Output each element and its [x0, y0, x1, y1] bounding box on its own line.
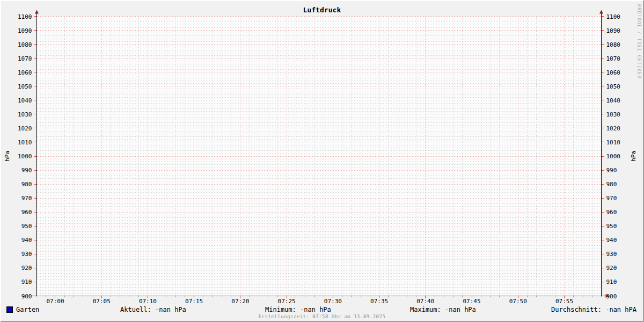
svg-text:07:00: 07:00	[46, 298, 64, 304]
svg-text:920: 920	[606, 265, 617, 272]
y-tick-labels-left: 9009109209309409509609709809901000101010…	[18, 13, 32, 300]
svg-text:07:15: 07:15	[185, 298, 203, 304]
svg-text:900: 900	[21, 293, 32, 300]
legend-series-name: Garten	[16, 306, 39, 313]
svg-text:950: 950	[21, 223, 32, 230]
svg-text:07:55: 07:55	[555, 298, 573, 304]
svg-text:1050: 1050	[18, 83, 32, 90]
svg-text:1000: 1000	[606, 153, 621, 160]
svg-text:920: 920	[21, 265, 32, 272]
svg-text:960: 960	[606, 209, 617, 216]
svg-text:07:50: 07:50	[509, 298, 527, 304]
svg-text:1100: 1100	[606, 13, 621, 20]
chart-canvas: 9009109209309409509609709809901000101010…	[1, 1, 644, 304]
svg-text:1020: 1020	[606, 125, 621, 132]
svg-text:1070: 1070	[18, 55, 32, 62]
svg-text:1010: 1010	[606, 139, 621, 146]
svg-text:1010: 1010	[18, 139, 32, 146]
svg-text:930: 930	[606, 251, 617, 258]
stat-durchschnitt: Durchschnitt: -nan hPA	[551, 306, 636, 313]
svg-text:910: 910	[606, 279, 617, 286]
x-tick-labels: 07:0007:0507:1007:1507:2007:2507:3007:35…	[46, 298, 573, 304]
legend-swatch-garten	[6, 306, 13, 313]
svg-text:1100: 1100	[18, 13, 32, 20]
svg-text:07:20: 07:20	[231, 298, 249, 304]
svg-text:07:35: 07:35	[370, 298, 388, 304]
svg-text:07:25: 07:25	[278, 298, 296, 304]
svg-text:1050: 1050	[606, 83, 621, 90]
svg-text:980: 980	[21, 181, 32, 188]
svg-text:950: 950	[606, 223, 617, 230]
svg-text:1000: 1000	[18, 153, 32, 160]
svg-text:990: 990	[21, 167, 32, 174]
svg-text:1080: 1080	[606, 41, 621, 48]
svg-text:1080: 1080	[18, 41, 32, 48]
svg-text:07:40: 07:40	[416, 298, 434, 304]
rrdtool-graph: Luftdruck RRDTOOL / TOBI OETIKER 9009109…	[0, 0, 644, 322]
svg-text:1090: 1090	[18, 27, 32, 34]
svg-text:1070: 1070	[606, 55, 621, 62]
svg-text:07:45: 07:45	[463, 298, 480, 304]
svg-text:1030: 1030	[606, 111, 621, 118]
svg-text:1030: 1030	[18, 111, 32, 118]
svg-text:07:10: 07:10	[139, 298, 157, 304]
svg-text:1090: 1090	[606, 27, 621, 34]
svg-text:07:05: 07:05	[93, 298, 111, 304]
svg-text:970: 970	[606, 195, 617, 202]
svg-text:1060: 1060	[606, 69, 621, 76]
stat-minimum: Minimum: -nan hPa	[265, 306, 331, 313]
stat-maximum: Maximum: -nan hPa	[410, 306, 476, 313]
y-axis-label-left: hPa	[4, 151, 11, 162]
creation-timestamp: Erstellungszeit: 07:58 Uhr am 13.09.2025	[1, 314, 643, 319]
svg-text:990: 990	[606, 167, 617, 174]
svg-text:940: 940	[606, 237, 617, 244]
svg-text:1060: 1060	[18, 69, 32, 76]
y-axis-label-right: hPa	[630, 151, 637, 162]
svg-text:970: 970	[21, 195, 32, 202]
svg-text:930: 930	[21, 251, 32, 258]
svg-text:960: 960	[21, 209, 32, 216]
svg-text:07:30: 07:30	[324, 298, 342, 304]
svg-text:1040: 1040	[18, 97, 32, 104]
svg-text:940: 940	[21, 237, 32, 244]
svg-text:1040: 1040	[606, 97, 621, 104]
svg-text:1020: 1020	[18, 125, 32, 132]
svg-text:980: 980	[606, 181, 617, 188]
stat-aktuell: Aktuell: -nan hPa	[120, 306, 186, 313]
svg-text:910: 910	[21, 279, 32, 286]
y-tick-labels-right: 9009109209309409509609709809901000101010…	[606, 13, 621, 300]
